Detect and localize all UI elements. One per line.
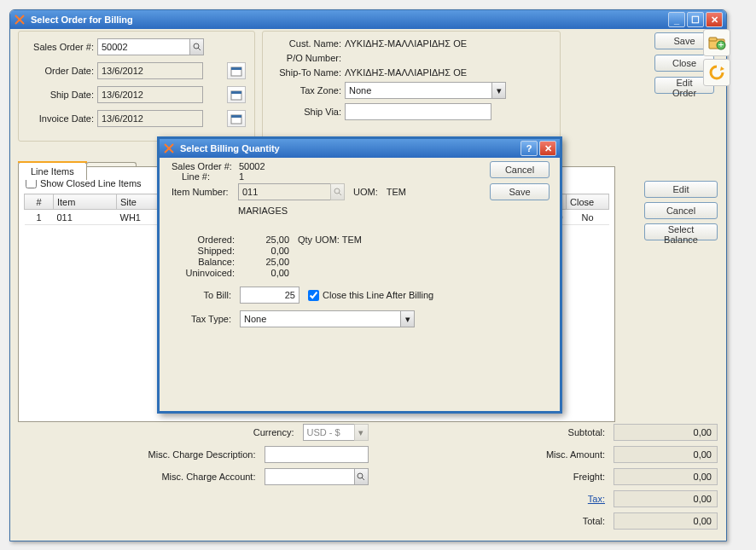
dlg-tax-type-select[interactable]: [240, 310, 400, 327]
dlg-uom-value: TEM: [387, 187, 406, 197]
dlg-uninvoiced-value: 0,00: [238, 268, 289, 278]
dlg-shipped-value: 0,00: [238, 246, 289, 256]
misc-desc-input[interactable]: [265, 446, 369, 463]
dlg-balance-label: Balance:: [172, 257, 238, 267]
customer-frame: Cust. Name: ΛΥΚΙΔΗΣ-ΜΑΛΛΙΑΡΙΔΗΣ ΟΕ P/O N…: [262, 31, 561, 142]
misc-acct-input[interactable]: [265, 468, 354, 485]
total-value: [614, 512, 718, 530]
po-number-label: P/O Number:: [271, 53, 345, 63]
invoice-date-calendar-icon[interactable]: [227, 110, 246, 127]
window-title: Select Order for Billing: [31, 14, 133, 25]
currency-label: Currency:: [253, 427, 298, 437]
ship-to-value: ΛΥΚΙΔΗΣ-ΜΑΛΛΙΑΡΙΔΗΣ ΟΕ: [345, 67, 551, 78]
refresh-icon[interactable]: [703, 59, 730, 86]
dlg-item-number-label: Item Number:: [172, 187, 235, 197]
dialog-title: Select Billing Quantity: [180, 143, 280, 153]
ship-via-label: Ship Via:: [271, 107, 345, 117]
col-item[interactable]: Item: [54, 194, 117, 210]
tax-zone-label: Tax Zone:: [271, 85, 345, 96]
select-billing-qty-dialog: Select Billing Quantity ? ✕ Cancel Save …: [157, 136, 562, 414]
svg-line-16: [339, 193, 341, 195]
currency-select[interactable]: [303, 424, 354, 441]
edit-button[interactable]: Edit: [644, 181, 718, 198]
dlg-qty-uom-label: Qty UOM:: [298, 234, 340, 245]
select-balance-button[interactable]: Select Balance: [644, 223, 718, 240]
col-close[interactable]: Close: [567, 194, 609, 210]
tax-value: [614, 490, 718, 507]
dlg-close-line-input[interactable]: [308, 290, 319, 301]
window-close-button[interactable]: ✕: [706, 12, 723, 27]
dlg-tax-type-dropdown-icon[interactable]: ▾: [400, 310, 415, 327]
maximize-button[interactable]: ☐: [687, 12, 704, 27]
misc-acct-lookup-icon[interactable]: [354, 468, 369, 485]
cust-name-value: ΛΥΚΙΔΗΣ-ΜΑΛΛΙΑΡΙΔΗΣ ΟΕ: [345, 38, 551, 49]
dlg-item-lookup-icon: [330, 183, 345, 200]
svg-rect-7: [231, 115, 241, 118]
invoice-date-input[interactable]: [97, 110, 203, 127]
dlg-item-desc: MARIAGES: [238, 206, 551, 216]
dialog-save-button[interactable]: Save: [490, 183, 550, 200]
cust-name-label: Cust. Name:: [271, 38, 345, 49]
dialog-app-icon: [163, 142, 175, 154]
tax-zone-select[interactable]: [345, 82, 491, 99]
folder-icon[interactable]: +: [703, 29, 730, 56]
dlg-sales-order-label: Sales Order #:: [172, 161, 236, 171]
svg-text:+: +: [718, 39, 724, 49]
dlg-item-number-input[interactable]: [238, 183, 330, 200]
svg-rect-3: [231, 67, 241, 70]
col-num[interactable]: #: [25, 194, 54, 210]
dlg-uom-label: UOM:: [353, 187, 378, 197]
dialog-cancel-button[interactable]: Cancel: [490, 161, 550, 178]
dlg-shipped-label: Shipped:: [172, 246, 238, 256]
svg-rect-11: [709, 38, 717, 41]
dlg-to-bill-label: To Bill:: [172, 290, 235, 300]
freight-value: [614, 468, 718, 485]
dlg-ordered-label: Ordered:: [172, 234, 238, 245]
order-dates-frame: Sales Order #: Order Date: Ship Date: In…: [18, 31, 255, 142]
ship-via-input[interactable]: [345, 103, 491, 120]
svg-line-9: [362, 478, 364, 480]
freight-label: Freight:: [573, 472, 608, 482]
misc-desc-label: Misc. Charge Description:: [148, 449, 259, 460]
dlg-balance-value: 25,00: [238, 257, 289, 267]
order-date-label: Order Date:: [27, 66, 97, 76]
subtotal-label: Subtotal:: [568, 427, 608, 437]
currency-dropdown-icon: ▾: [354, 424, 369, 441]
app-icon: [14, 14, 26, 26]
order-date-input[interactable]: [97, 62, 203, 79]
dialog-close-button[interactable]: ✕: [539, 141, 556, 156]
dlg-to-bill-input[interactable]: [240, 287, 299, 304]
sales-order-lookup-icon[interactable]: [189, 38, 204, 55]
grid-actions: Edit Cancel Select Balance: [644, 181, 718, 240]
ship-date-label: Ship Date:: [27, 90, 97, 100]
dlg-close-line-checkbox[interactable]: Close this Line After Billing: [308, 290, 433, 301]
ship-date-calendar-icon[interactable]: [227, 86, 246, 103]
dlg-ordered-value: 25,00: [238, 234, 289, 245]
svg-line-1: [198, 48, 201, 50]
sales-order-input-wrap: [97, 38, 225, 55]
minimize-button[interactable]: _: [668, 12, 685, 27]
sales-order-label: Sales Order #:: [27, 42, 97, 52]
tax-zone-dropdown-icon[interactable]: ▾: [491, 82, 506, 99]
dlg-uninvoiced-label: Uninvoiced:: [172, 268, 238, 278]
dlg-line-label: Line #:: [172, 171, 236, 182]
tax-link[interactable]: Tax:: [588, 494, 608, 504]
svg-marker-14: [720, 67, 724, 71]
dlg-qty-uom-value: TEM: [342, 234, 362, 245]
dialog-help-button[interactable]: ?: [520, 141, 538, 156]
misc-amount-label: Misc. Amount:: [546, 449, 608, 460]
sales-order-input[interactable]: [97, 38, 189, 55]
tab-line-items[interactable]: Line Items: [18, 162, 87, 180]
order-date-calendar-icon[interactable]: [227, 62, 246, 79]
external-toolbar: +: [703, 29, 730, 86]
cancel-button[interactable]: Cancel: [644, 202, 718, 219]
misc-amount-value: [614, 446, 718, 463]
ship-to-label: Ship-To Name:: [271, 67, 345, 78]
total-label: Total:: [583, 516, 608, 526]
dlg-tax-type-label: Tax Type:: [172, 314, 235, 324]
totals-area: Currency: ▾ Subtotal: Misc. Charge Descr…: [19, 423, 718, 530]
ship-date-input[interactable]: [97, 86, 203, 103]
invoice-date-label: Invoice Date:: [27, 113, 97, 124]
svg-rect-5: [231, 91, 241, 94]
subtotal-value: [614, 424, 718, 441]
